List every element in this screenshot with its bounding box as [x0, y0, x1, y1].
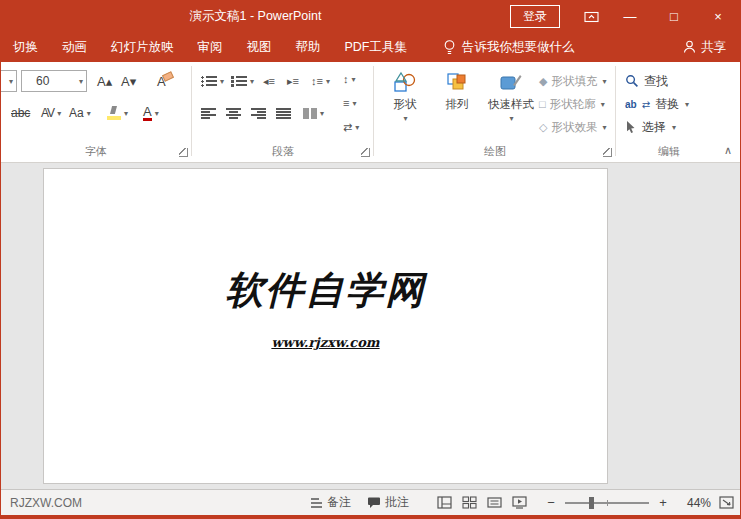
maximize-button[interactable]: □ — [652, 0, 696, 32]
align-left-icon — [201, 108, 216, 119]
fit-slide-to-window-button[interactable] — [719, 496, 734, 509]
strikethrough-button[interactable]: abc — [11, 102, 30, 124]
shape-outline-label: 形状轮廓 — [550, 97, 596, 112]
arrange-button[interactable]: 排列 — [433, 65, 481, 141]
shrink-font-button[interactable]: A▾ — [121, 70, 136, 92]
collapse-ribbon-icon: ∧ — [724, 144, 732, 156]
replace-button[interactable]: ab ⇄ 替换 ▾ — [625, 94, 689, 114]
tab-help[interactable]: 帮助 — [284, 32, 333, 62]
shape-outline-button[interactable]: □ 形状轮廓 ▾ — [539, 94, 615, 114]
slide-workspace: 软件自学网 www.rjzxw.com — [1, 163, 740, 489]
zoom-level[interactable]: 44% — [677, 496, 711, 510]
grow-font-icon: A▴ — [97, 74, 112, 89]
paragraph-dialog-launcher[interactable] — [361, 148, 370, 157]
minimize-button[interactable]: — — [608, 0, 652, 32]
zoom-slider[interactable] — [565, 502, 649, 504]
smartart-icon: ⇄ — [343, 121, 352, 134]
ribbon-tab-row: 切换 动画 幻灯片放映 审阅 视图 帮助 PDF工具集 告诉我你想要做什么 共享 — [1, 32, 740, 62]
shape-fill-label: 形状填充 — [551, 74, 597, 89]
chevron-down-icon: ▾ — [155, 109, 159, 118]
shape-effects-button[interactable]: ◇ 形状效果 ▾ — [539, 117, 615, 137]
align-text-button[interactable]: ≡▾ — [343, 92, 356, 114]
tell-me-box[interactable]: 告诉我你想要做什么 — [433, 39, 585, 56]
highlighter-icon — [107, 106, 121, 120]
chevron-down-icon: ▾ — [685, 100, 689, 109]
reading-view-button[interactable] — [487, 496, 502, 509]
zoom-out-button[interactable]: − — [545, 495, 557, 510]
justify-icon — [276, 108, 291, 119]
tab-animations[interactable]: 动画 — [50, 32, 99, 62]
align-center-button[interactable] — [226, 102, 241, 124]
slide-title-text[interactable]: 软件自学网 — [44, 267, 607, 313]
quick-styles-button[interactable]: 快速样式 ▾ — [485, 65, 537, 141]
zoom-in-button[interactable]: + — [657, 495, 669, 510]
decrease-indent-button[interactable]: ◂≡ — [263, 70, 275, 92]
align-left-button[interactable] — [201, 102, 216, 124]
change-case-icon: Aa — [69, 106, 84, 120]
notes-button[interactable]: 备注 — [310, 494, 351, 511]
text-highlight-button[interactable]: ▾ — [107, 102, 128, 124]
zoom-out-icon: − — [547, 495, 555, 510]
font-color-button[interactable]: A▾ — [143, 102, 159, 124]
tab-view[interactable]: 视图 — [235, 32, 284, 62]
slide-url-text[interactable]: www.rjzxw.com — [44, 335, 607, 350]
grow-font-button[interactable]: A▴ — [97, 70, 112, 92]
font-name-combo[interactable]: ▾ — [1, 70, 17, 92]
cursor-icon — [625, 120, 637, 134]
text-direction-icon: ↕ — [343, 73, 349, 85]
zoom-slider-handle[interactable] — [589, 497, 594, 509]
bullet-list-icon — [201, 76, 217, 87]
numbering-button[interactable]: ▾ — [231, 70, 254, 92]
strikethrough-icon: abc — [11, 106, 30, 120]
clear-formatting-button[interactable]: A — [157, 70, 166, 92]
ribbon: ▾ 60 ▾ A▴ A▾ A abc AV▾ Aa▾ ▾ A▾ 字体 ▾ ▾ ◂… — [1, 62, 740, 163]
notes-icon — [310, 497, 323, 509]
chevron-down-icon: ▾ — [220, 77, 224, 86]
share-button[interactable]: 共享 — [669, 39, 740, 56]
slide-sorter-view-button[interactable] — [462, 496, 477, 509]
bullets-button[interactable]: ▾ — [201, 70, 224, 92]
collapse-ribbon-button[interactable]: ∧ — [724, 144, 732, 157]
tab-review[interactable]: 审阅 — [186, 32, 235, 62]
ribbon-display-options-button[interactable] — [574, 0, 608, 32]
character-spacing-button[interactable]: AV▾ — [41, 102, 60, 124]
titlebar: 演示文稿1 - PowerPoint 登录 — □ × — [1, 0, 740, 32]
group-separator — [615, 66, 616, 156]
chevron-down-icon: ▾ — [352, 99, 356, 108]
convert-smartart-button[interactable]: ⇄▾ — [343, 116, 359, 138]
tab-transitions[interactable]: 切换 — [1, 32, 50, 62]
slideshow-view-button[interactable] — [512, 496, 527, 509]
select-button[interactable]: 选择 ▾ — [625, 117, 676, 137]
increase-indent-button[interactable]: ▸≡ — [287, 70, 299, 92]
font-color-icon: A — [143, 105, 152, 121]
shape-fill-icon: ◆ — [539, 75, 547, 88]
shapes-button[interactable]: 形状 ▾ — [381, 65, 429, 141]
normal-view-button[interactable] — [437, 496, 452, 509]
paragraph-group-label: 段落 — [193, 144, 373, 159]
align-right-button[interactable] — [251, 102, 266, 124]
login-button[interactable]: 登录 — [510, 5, 560, 28]
tab-pdf-tools[interactable]: PDF工具集 — [333, 32, 420, 62]
find-button[interactable]: 查找 — [625, 71, 668, 91]
text-direction-button[interactable]: ↕▾ — [343, 68, 356, 90]
font-size-combo[interactable]: 60 ▾ — [21, 70, 87, 92]
chevron-down-icon: ▾ — [355, 123, 359, 132]
line-spacing-button[interactable]: ↕≡▾ — [311, 70, 330, 92]
arrange-label: 排列 — [446, 97, 469, 112]
comments-button[interactable]: 批注 — [367, 494, 409, 511]
tab-slideshow[interactable]: 幻灯片放映 — [99, 32, 186, 62]
window-title: 演示文稿1 - PowerPoint — [1, 8, 510, 25]
close-button[interactable]: × — [696, 0, 740, 32]
shape-fill-button[interactable]: ◆ 形状填充 ▾ — [539, 71, 615, 91]
outdent-icon: ◂≡ — [263, 75, 275, 88]
justify-button[interactable] — [276, 102, 291, 124]
change-case-button[interactable]: Aa▾ — [69, 102, 91, 124]
font-dialog-launcher[interactable] — [179, 148, 188, 157]
paragraph-group: ▾ ▾ ◂≡ ▸≡ ↕≡▾ ▾ ↕▾ ≡▾ ⇄▾ 段落 — [193, 62, 373, 162]
columns-button[interactable]: ▾ — [303, 102, 324, 124]
ribbon-display-options-icon — [584, 9, 599, 23]
columns-icon — [303, 108, 317, 119]
slide-canvas[interactable]: 软件自学网 www.rjzxw.com — [43, 168, 608, 484]
drawing-dialog-launcher[interactable] — [603, 148, 612, 157]
numbered-list-icon — [231, 76, 247, 87]
